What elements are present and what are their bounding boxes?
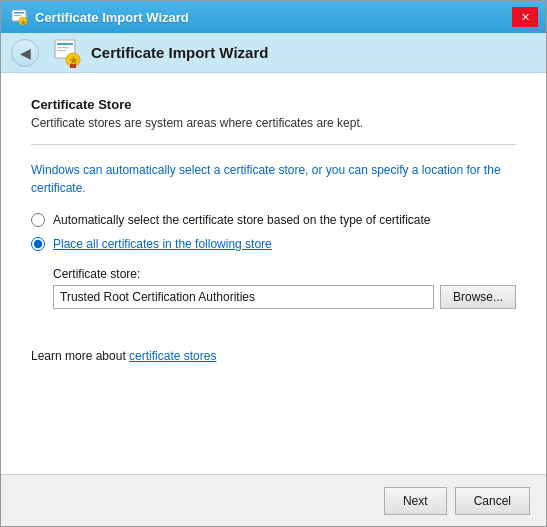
certificate-icon: ★ [51, 37, 83, 69]
info-text: Windows can automatically select a certi… [31, 161, 516, 197]
svg-rect-8 [57, 50, 66, 51]
wizard-icon-area: ★ [51, 37, 83, 69]
learn-more: Learn more about certificate stores [31, 349, 516, 363]
radio-place-input[interactable] [31, 237, 45, 251]
back-icon: ◀ [20, 45, 31, 61]
cert-title-icon: ★ [10, 8, 28, 26]
wizard-nav-title: Certificate Import Wizard [91, 44, 268, 61]
title-bar-icon: ★ [9, 7, 29, 27]
next-button[interactable]: Next [384, 487, 447, 515]
radio-place-label: Place all certificates in the following … [53, 237, 272, 251]
learn-more-link[interactable]: certificate stores [129, 349, 216, 363]
browse-button[interactable]: Browse... [440, 285, 516, 309]
cancel-button[interactable]: Cancel [455, 487, 530, 515]
store-input-row: Browse... [53, 285, 516, 309]
wizard-footer: Next Cancel [1, 474, 546, 526]
radio-auto-label: Automatically select the certificate sto… [53, 213, 431, 227]
title-bar-left: ★ Certificate Import Wizard [9, 7, 189, 27]
radio-group: Automatically select the certificate sto… [31, 213, 516, 251]
store-section: Certificate store: Browse... [53, 267, 516, 309]
wizard-content: Certificate Store Certificate stores are… [1, 73, 546, 474]
nav-bar: ◀ ★ Certificate Import Wizard [1, 33, 546, 73]
close-button[interactable]: ✕ [512, 7, 538, 27]
title-bar-controls: ✕ [512, 7, 538, 27]
title-bar: ★ Certificate Import Wizard ✕ [1, 1, 546, 33]
svg-rect-2 [14, 15, 21, 16]
radio-place-all[interactable]: Place all certificates in the following … [31, 237, 516, 251]
svg-rect-7 [57, 47, 69, 48]
svg-text:★: ★ [20, 19, 27, 26]
store-label: Certificate store: [53, 267, 516, 281]
svg-rect-1 [14, 12, 24, 14]
svg-rect-11 [70, 64, 76, 68]
section-desc: Certificate stores are system areas wher… [31, 116, 516, 130]
window-title: Certificate Import Wizard [35, 10, 189, 25]
wizard-window: ★ Certificate Import Wizard ✕ ◀ ★ Certif… [0, 0, 547, 527]
divider [31, 144, 516, 145]
radio-auto-select[interactable]: Automatically select the certificate sto… [31, 213, 516, 227]
section-title: Certificate Store [31, 97, 516, 112]
store-input[interactable] [53, 285, 434, 309]
following-store-link[interactable]: following store [195, 237, 272, 251]
learn-more-text: Learn more about [31, 349, 129, 363]
svg-rect-6 [57, 43, 73, 45]
back-button[interactable]: ◀ [11, 39, 39, 67]
radio-auto-input[interactable] [31, 213, 45, 227]
